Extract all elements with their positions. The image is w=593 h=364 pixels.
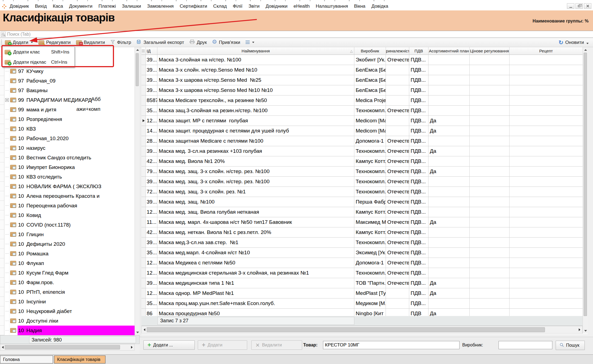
column-header-affiliation[interactable]: Приналежність: [386, 47, 409, 55]
tree-item[interactable]: 97 Вакцины: [0, 86, 135, 95]
menu-item[interactable]: Філії: [233, 4, 243, 9]
table-row[interactable]: 14... Маска защит. процедурная с петлями…: [141, 126, 583, 136]
tree-item[interactable]: 10 Надия: [0, 326, 135, 335]
close-button[interactable]: [584, 3, 591, 9]
table-row[interactable]: 12... Маска Медикеа с петлями №50 Допомо…: [141, 258, 583, 268]
column-chooser[interactable]: [141, 47, 146, 55]
minimize-button[interactable]: [567, 3, 574, 9]
table-row[interactable]: 28... Маска защитная Medicare с петлями …: [141, 136, 583, 146]
export-button[interactable]: Загальний експорт: [137, 39, 184, 46]
tree-item[interactable]: 10 КВЗ: [0, 124, 135, 134]
menu-item[interactable]: Довідники: [266, 4, 288, 9]
column-header-price-regulation[interactable]: Цінове регулювання: [470, 47, 510, 55]
footer-add2-button[interactable]: + Додати: [198, 340, 247, 350]
tree-item[interactable]: 10 РПтП, епілепсія: [0, 287, 135, 297]
table-row[interactable]: 12... Маска медицинская стерильная 3-х с…: [141, 268, 583, 278]
column-header-manufacturer[interactable]: Виробник: [354, 47, 386, 55]
table-row[interactable]: 35... Маска защ.3-слойная на резин.н/сте…: [141, 106, 583, 116]
scrollbar-thumb[interactable]: [584, 53, 587, 316]
edit-button[interactable]: Редагувати: [38, 40, 71, 45]
tree-item[interactable]: 99 ПАРАДИГМАИ МЕДИКАРД: [0, 95, 135, 105]
table-row[interactable]: 86 Маска процедурная №50 Ningbo [Кит ПДВ…: [141, 309, 583, 316]
table-row[interactable]: 39... Маска мед. защ. 3-х слойн. н/стер.…: [141, 177, 583, 187]
tree-item[interactable]: 10 Переоценка рабочая: [0, 201, 135, 210]
scroll-left-icon[interactable]: [2, 346, 4, 349]
context-menu-item[interactable]: Додати підклас Ctrl+Ins: [2, 57, 74, 67]
table-row[interactable]: 12... Маска однор. МР MedPlast №1 MedPla…: [141, 288, 583, 298]
add-button[interactable]: Додати: [5, 40, 33, 45]
tree-item[interactable]: 10 Інсуліни: [0, 297, 135, 306]
tree-item[interactable]: 10 Дефициты 2020: [0, 239, 135, 249]
tree-item[interactable]: 10 НОВАЛИК ФАРМА ( ЭКСКЛЮЗ: [0, 182, 135, 191]
tab-main[interactable]: Головна: [0, 355, 53, 363]
tree-item[interactable]: 10 Имупрет Бионорика: [0, 162, 135, 172]
menu-item[interactable]: Сертифікати: [180, 4, 207, 9]
panel-splitter[interactable]: [140, 47, 141, 351]
tree-horizontal-scrollbar[interactable]: [0, 344, 135, 351]
restore-button[interactable]: [575, 3, 583, 9]
menu-item[interactable]: Звіти: [249, 4, 260, 9]
scrollbar-thumb[interactable]: [5, 345, 120, 349]
tab-classification[interactable]: Класифікація товарів: [54, 355, 105, 363]
filter-button[interactable]: Фільтр: [110, 39, 131, 46]
tree-item[interactable]: 10 Нецукровий діабет: [0, 306, 135, 316]
table-row[interactable]: 39... Маска мед.3-сл.на зав.стер. №1 Тех…: [141, 238, 583, 248]
menu-item[interactable]: Вихід: [35, 4, 47, 9]
table-row[interactable]: 12... Маска защит. МР с петлями голубая …: [141, 116, 583, 126]
tree-vertical-scrollbar[interactable]: [135, 47, 140, 335]
table-row[interactable]: 79... Маска мед. защ. 3-х слойн. н/стер.…: [141, 167, 583, 177]
tree-item[interactable]: 10 Доступні ліки: [0, 316, 135, 326]
tree-item[interactable]: 10 Фарм.пров.: [0, 278, 135, 287]
footer-add-button[interactable]: + Додати ...: [143, 340, 195, 350]
menu-item[interactable]: eHealth: [294, 4, 310, 9]
table-row[interactable]: 39... Маска мед. 3-сл.на резинках +103 г…: [141, 146, 583, 156]
scroll-left-icon[interactable]: [144, 328, 145, 331]
tree-item[interactable]: 97 Рабочая_09: [0, 76, 135, 86]
links-button[interactable]: Прив'язки: [212, 39, 240, 46]
table-row[interactable]: 39... Маска 3-х слойн. н/стер.Senso Med …: [141, 65, 583, 75]
footer-delete-button[interactable]: ✕ Видалити: [251, 340, 302, 350]
chevron-down-icon[interactable]: [31, 42, 33, 43]
scroll-up-icon[interactable]: [136, 49, 139, 51]
context-menu-item[interactable]: Додати клас Shift+Ins: [2, 47, 74, 57]
tree-item[interactable]: 99 мама и дитя: [0, 105, 135, 114]
tree-item[interactable]: 10 Розпреділення: [0, 114, 135, 124]
table-horizontal-scrollbar[interactable]: [141, 326, 583, 334]
refresh-button[interactable]: ↻ Оновити: [559, 40, 589, 45]
footer-search-button[interactable]: Пошук: [556, 341, 585, 350]
tree-item[interactable]: 10 назирус: [0, 143, 135, 153]
scrollbar-thumb[interactable]: [136, 53, 139, 86]
table-row[interactable]: 42... Маска мед. Виола №1 20% Кампус Кот…: [141, 156, 583, 167]
table-row[interactable]: 39... Маска медицинская типа 1 №1 ТОВ "П…: [141, 278, 583, 288]
column-header-name[interactable]: Найменування: [157, 47, 354, 55]
table-row[interactable]: 39... Маска 3-х шарова н/стер.Senso Med …: [141, 85, 583, 95]
search-input[interactable]: [7, 32, 593, 37]
delete-button[interactable]: Видалити: [76, 40, 105, 45]
tree-item[interactable]: 10 Рабочая_10.2020: [0, 134, 135, 143]
menu-item[interactable]: Залишки: [122, 4, 141, 9]
scroll-up-icon[interactable]: [584, 49, 587, 51]
table-row[interactable]: 35... Маска мед.марл. 4-слойная н/ст №10…: [141, 248, 583, 258]
tree-item[interactable]: 10 Вестник Сандоз отследить: [0, 153, 135, 162]
menu-item[interactable]: Замовлення: [147, 4, 174, 9]
menu-item[interactable]: Склад: [213, 4, 227, 9]
table-row[interactable]: 12... Маска мед. защ. Виола голубая нетк…: [141, 207, 583, 217]
tree-item[interactable]: 97 КУчику: [0, 66, 135, 76]
expand-plus-icon[interactable]: [5, 98, 9, 102]
table-row[interactable]: 8587 Маска Medicare трехслойн., на резин…: [141, 95, 583, 106]
print-button[interactable]: Друк: [190, 39, 207, 45]
scroll-down-icon[interactable]: [584, 330, 587, 332]
table-row[interactable]: 72... Маска мед. защ. 3-х слойн. рез. №1…: [141, 187, 583, 197]
column-header-assortment-plan[interactable]: Асортиментний план: [428, 47, 470, 55]
table-row[interactable]: 39... Маска 3-х шарова н/стер.Senso Med …: [141, 75, 583, 85]
menu-item[interactable]: Документи: [69, 4, 93, 9]
scroll-right-icon[interactable]: [579, 328, 580, 331]
scroll-right-icon[interactable]: [131, 346, 133, 349]
column-header-id[interactable]: ІД: [146, 47, 157, 55]
tree-item[interactable]: 10 КВЗ отследить: [0, 172, 135, 182]
table-row[interactable]: 39... Маска 3-слойная на н/стер. №100 Эк…: [141, 55, 583, 65]
menu-item[interactable]: Налаштування: [316, 4, 348, 9]
scrollbar-thumb[interactable]: [147, 327, 545, 332]
tree-item[interactable]: 10 COVID (пост.1178): [0, 220, 135, 230]
menu-item[interactable]: Каса: [53, 4, 63, 9]
